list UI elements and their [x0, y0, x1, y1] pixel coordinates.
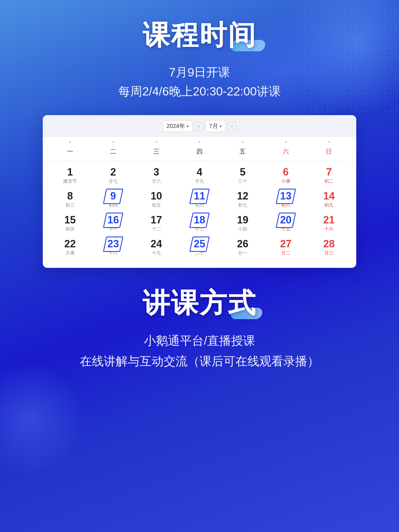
day-6: 6 小暑: [264, 164, 307, 186]
next-month-btn[interactable]: ›: [228, 122, 236, 131]
section1-title: 课程时间: [142, 17, 256, 54]
year-label: 2024年: [166, 122, 185, 130]
section2-title-container: 讲课方式: [142, 285, 256, 322]
day-22: 22 大暑: [48, 235, 91, 258]
section2-title: 讲课方式: [142, 285, 256, 322]
calendar-divider: [48, 160, 351, 161]
day-24: 24 十九: [135, 235, 178, 258]
week-4: 22 大暑 23 十八 24 十九 25 二十 26: [48, 235, 351, 258]
weekday-wed: 三: [135, 145, 178, 158]
day-2: 2 廿七: [91, 164, 135, 186]
weekday-sun: 日: [308, 145, 351, 158]
day-19: 19 十四: [221, 211, 264, 234]
day-28: 28 廿三: [308, 235, 351, 258]
weekday-tue: 二: [91, 145, 135, 158]
day-21: 21 十六: [308, 211, 351, 234]
month-arrow: ▾: [220, 124, 222, 129]
day-14: 14 初九: [308, 187, 351, 210]
week-1: 1 建党节 2 廿七 3 廿八 4 廿九 5 三十: [48, 164, 351, 186]
day-16: 16 十一: [91, 211, 135, 234]
subtitle-line1: 7月9日开课: [118, 63, 281, 82]
day-5: 5 三十: [221, 164, 264, 186]
section1-subtitle: 7月9日开课 每周2/4/6晚上20:30-22:00讲课: [118, 63, 281, 101]
day-11: 11 初六: [178, 187, 221, 210]
weekday-thu: 四: [178, 145, 221, 158]
day-20: 20 十五: [264, 211, 307, 234]
weekday-mon: 一: [48, 145, 91, 158]
prev-month-btn[interactable]: ‹: [195, 122, 203, 131]
week-3: 15 初伏 16 十一 17 十二 18 十三 19: [48, 211, 351, 234]
day-4: 4 廿九: [178, 164, 221, 186]
section2-subtitle-line1: 小鹅通平台/直播授课: [80, 331, 319, 351]
day-25: 25 二十: [178, 235, 221, 258]
day-15: 15 初伏: [48, 211, 91, 234]
week-2: 8 初三 9 初四 10 初五 11 初六 12: [48, 187, 351, 210]
section2-subtitle-line2: 在线讲解与互动交流（课后可在线观看录播）: [80, 351, 319, 371]
calendar-body: 1 建党节 2 廿七 3 廿八 4 廿九 5 三十: [43, 164, 356, 258]
calendar: 2024年 ▾ ‹ 7月 ▾ › 一 二 三 四 五 六 日: [43, 115, 356, 268]
year-select[interactable]: 2024年 ▾: [163, 120, 192, 132]
day-9: 9 初四: [91, 187, 135, 210]
subtitle-line2: 每周2/4/6晚上20:30-22:00讲课: [118, 82, 281, 101]
day-18: 18 十三: [178, 211, 221, 234]
month-label: 7月: [209, 122, 218, 130]
weekday-fri: 五: [221, 145, 264, 158]
section1-title-container: 课程时间: [142, 17, 256, 54]
weekday-sat: 六: [264, 145, 307, 158]
calendar-dots-row: [43, 137, 356, 145]
day-10: 10 初五: [135, 187, 178, 210]
day-27: 27 廿二: [264, 235, 307, 258]
day-7: 7 初二: [308, 164, 351, 186]
calendar-weekdays: 一 二 三 四 五 六 日: [43, 145, 356, 158]
day-23: 23 十八: [91, 235, 135, 258]
day-13: 13 初八: [264, 187, 307, 210]
day-3: 3 廿八: [135, 164, 178, 186]
day-17: 17 十二: [135, 211, 178, 234]
day-1: 1 建党节: [48, 164, 91, 186]
day-12: 12 初七: [221, 187, 264, 210]
month-select[interactable]: 7月 ▾: [205, 120, 225, 132]
day-8: 8 初三: [48, 187, 91, 210]
year-arrow: ▾: [187, 124, 189, 129]
day-26: 26 廿一: [221, 235, 264, 258]
calendar-header: 2024年 ▾ ‹ 7月 ▾ ›: [43, 115, 356, 137]
section2-subtitle: 小鹅通平台/直播授课 在线讲解与互动交流（课后可在线观看录播）: [80, 331, 319, 371]
